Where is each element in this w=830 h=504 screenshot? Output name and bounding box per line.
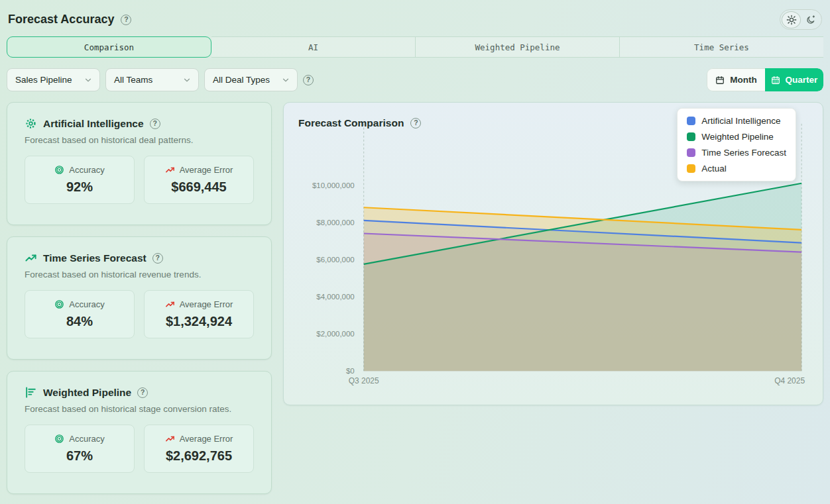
forecast-comparison-card: Forecast Comparison ? Artificial Intelli… <box>283 102 823 405</box>
month-label: Month <box>730 75 756 85</box>
error-trend-icon <box>165 299 175 309</box>
help-icon[interactable]: ? <box>410 118 421 128</box>
calendar-icon <box>715 76 725 85</box>
legend-color-chip <box>687 117 695 125</box>
target-icon <box>54 165 64 175</box>
average-error-label: Average Error <box>180 299 233 309</box>
page-title: Forecast Accuracy <box>8 13 114 26</box>
tab-label: AI <box>308 42 318 52</box>
chart-legend: Artificial IntelligenceWeighted Pipeline… <box>677 108 796 181</box>
tab-weighted-pipeline[interactable]: Weighted Pipeline <box>416 36 620 58</box>
legend-item-artificial-intelligence[interactable]: Artificial Intelligence <box>687 116 786 126</box>
average-error-stat: Average Error $2,692,765 <box>144 425 254 473</box>
teams-select-value: All Teams <box>114 75 152 85</box>
help-icon[interactable]: ? <box>303 75 314 85</box>
legend-label: Actual <box>701 164 727 174</box>
chart-title: Forecast Comparison <box>298 117 404 129</box>
quarter-button[interactable]: Quarter <box>765 68 823 91</box>
bar-chart-icon <box>25 386 37 399</box>
page-header: Forecast Accuracy ? <box>7 7 823 36</box>
average-error-value: $669,445 <box>151 179 247 195</box>
light-theme-button[interactable] <box>782 11 801 28</box>
chevron-down-icon <box>84 76 93 85</box>
y-axis-tick: $2,000,000 <box>316 330 354 338</box>
error-trend-icon <box>165 165 175 175</box>
target-icon <box>54 299 64 309</box>
ai-forecast-card: Artificial Intelligence ? Forecast based… <box>7 102 272 225</box>
y-axis-tick: $10,000,000 <box>312 181 355 189</box>
time-series-forecast-card: Time Series Forecast ? Forecast based on… <box>7 236 272 360</box>
calendar-icon <box>771 76 780 85</box>
card-title: Artificial Intelligence <box>43 118 144 130</box>
help-icon[interactable]: ? <box>137 387 148 398</box>
tab-time-series[interactable]: Time Series <box>620 36 823 58</box>
pipeline-select[interactable]: Sales Pipeline <box>7 68 100 91</box>
legend-color-chip <box>687 132 695 141</box>
deal-types-select[interactable]: All Deal Types <box>204 68 298 91</box>
accuracy-label: Accuracy <box>69 165 104 175</box>
y-axis-tick: $6,000,000 <box>316 256 354 264</box>
average-error-value: $1,324,924 <box>151 314 247 329</box>
help-icon[interactable]: ? <box>121 15 131 25</box>
weighted-pipeline-card: Weighted Pipeline ? Forecast based on hi… <box>7 371 272 494</box>
teams-select[interactable]: All Teams <box>105 68 199 91</box>
legend-item-weighted-pipeline[interactable]: Weighted Pipeline <box>687 132 786 142</box>
legend-item-actual[interactable]: Actual <box>687 164 786 174</box>
theme-toggle <box>780 9 822 30</box>
accuracy-value: 92% <box>32 179 127 195</box>
help-icon[interactable]: ? <box>152 253 163 264</box>
brain-cog-icon <box>25 117 37 130</box>
accuracy-stat: Accuracy 67% <box>25 425 135 473</box>
help-icon[interactable]: ? <box>150 119 160 129</box>
accuracy-stat: Accuracy 92% <box>25 156 135 204</box>
average-error-value: $2,692,765 <box>151 448 247 464</box>
y-axis-tick: $0 <box>346 367 355 375</box>
legend-label: Weighted Pipeline <box>701 132 774 142</box>
quarter-label: Quarter <box>786 75 818 85</box>
tab-comparison[interactable]: Comparison <box>7 36 211 58</box>
metric-cards-column: Artificial Intelligence ? Forecast based… <box>7 102 272 494</box>
trending-up-icon <box>25 252 37 264</box>
legend-item-time-series-forecast[interactable]: Time Series Forecast <box>687 148 786 158</box>
y-axis-tick: $8,000,000 <box>316 219 354 227</box>
chevron-down-icon <box>182 76 192 85</box>
legend-color-chip <box>687 148 695 157</box>
average-error-stat: Average Error $669,445 <box>144 156 254 204</box>
legend-label: Time Series Forecast <box>701 148 786 158</box>
tab-label: Weighted Pipeline <box>475 42 560 52</box>
x-axis-label: Q3 2025 <box>349 376 379 385</box>
error-trend-icon <box>165 434 175 444</box>
deal-types-select-value: All Deal Types <box>213 75 270 85</box>
filter-row: Sales Pipeline All Teams All Deal Types … <box>7 68 823 91</box>
legend-label: Artificial Intelligence <box>701 116 780 126</box>
card-title: Weighted Pipeline <box>43 387 131 399</box>
accuracy-value: 84% <box>32 314 127 329</box>
legend-color-chip <box>687 164 695 173</box>
card-description: Forecast based on historical stage conve… <box>25 404 254 414</box>
card-description: Forecast based on historical deal patter… <box>25 135 254 145</box>
tab-label: Time Series <box>694 42 749 52</box>
accuracy-stat: Accuracy 84% <box>25 290 135 338</box>
sun-icon <box>786 15 797 25</box>
accuracy-label: Accuracy <box>69 299 104 309</box>
month-button[interactable]: Month <box>707 68 765 91</box>
view-tabs: Comparison AI Weighted Pipeline Time Ser… <box>7 36 823 58</box>
average-error-stat: Average Error $1,324,924 <box>144 290 254 338</box>
period-toggle: Month Quarter <box>707 68 823 91</box>
moon-icon <box>805 15 816 25</box>
average-error-label: Average Error <box>180 165 233 175</box>
target-icon <box>54 434 64 444</box>
x-axis-label: Q4 2025 <box>774 376 805 385</box>
tab-label: Comparison <box>84 42 134 52</box>
card-description: Forecast based on historical revenue tre… <box>25 270 254 279</box>
dark-theme-button[interactable] <box>801 11 820 28</box>
card-title: Time Series Forecast <box>43 252 147 264</box>
chevron-down-icon <box>281 76 290 85</box>
main-content: Artificial Intelligence ? Forecast based… <box>7 102 823 494</box>
tab-ai[interactable]: AI <box>211 36 416 58</box>
accuracy-label: Accuracy <box>69 434 104 444</box>
accuracy-value: 67% <box>32 448 127 464</box>
y-axis-tick: $4,000,000 <box>316 293 354 301</box>
pipeline-select-value: Sales Pipeline <box>15 75 72 85</box>
average-error-label: Average Error <box>180 434 233 444</box>
